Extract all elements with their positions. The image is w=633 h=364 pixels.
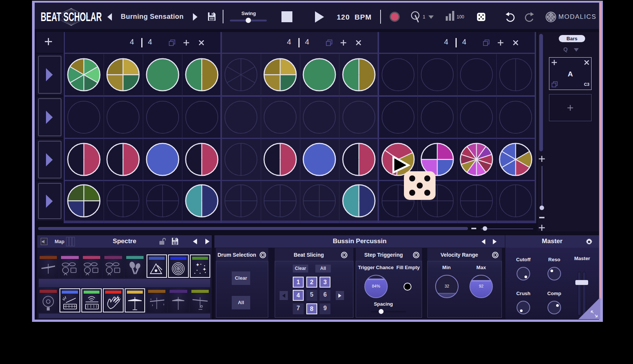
svg-text:✦: ✦	[202, 267, 206, 272]
svg-text:BEAT SCHOLAR: BEAT SCHOLAR	[41, 9, 102, 24]
svg-text:✦: ✦	[196, 262, 200, 268]
